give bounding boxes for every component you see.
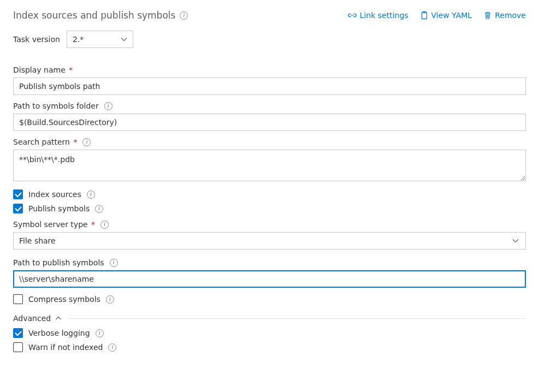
svg-rect-0 [422, 13, 427, 19]
publish-symbols-info-icon[interactable]: i [95, 205, 103, 213]
symbols-folder-input[interactable] [13, 114, 526, 131]
remove-button[interactable]: Remove [484, 11, 526, 20]
symbols-folder-label: Path to symbols folder [13, 102, 99, 110]
title-wrap: Index sources and publish symbols i [13, 10, 188, 21]
warn-if-not-indexed-label: Warn if not indexed [28, 343, 103, 352]
warn-if-not-indexed-checkbox[interactable] [13, 342, 23, 352]
required-asterisk: * [67, 66, 73, 74]
display-name-input[interactable] [13, 78, 526, 95]
index-sources-checkbox[interactable] [13, 189, 23, 199]
clipboard-icon [420, 11, 428, 20]
compress-symbols-label: Compress symbols [28, 295, 100, 304]
index-sources-row: Index sources i [13, 189, 526, 199]
publish-symbols-checkbox[interactable] [13, 204, 23, 213]
symbol-server-type-select[interactable]: File share [13, 232, 526, 250]
required-asterisk: * [89, 220, 95, 229]
verbose-logging-checkbox[interactable] [13, 328, 23, 338]
search-pattern-field: Search pattern * i [13, 138, 526, 183]
section-divider [68, 318, 526, 319]
index-sources-info-icon[interactable]: i [87, 191, 95, 199]
search-pattern-label: Search pattern [13, 138, 70, 146]
compress-symbols-checkbox[interactable] [13, 294, 23, 304]
remove-label: Remove [495, 11, 526, 20]
required-asterisk: * [71, 138, 77, 146]
publish-symbols-row: Publish symbols i [13, 204, 526, 213]
link-settings-label: Link settings [360, 11, 408, 20]
symbol-server-type-field: Symbol server type * i File share [13, 220, 526, 250]
warn-if-not-indexed-row: Warn if not indexed i [13, 342, 526, 352]
header-actions: Link settings View YAML Remove [348, 11, 526, 20]
symbol-server-type-info-icon[interactable]: i [100, 221, 109, 229]
link-icon [348, 11, 357, 19]
header: Index sources and publish symbols i Link… [13, 10, 526, 21]
title-info-icon[interactable]: i [180, 11, 188, 20]
symbol-server-type-label: Symbol server type [13, 220, 88, 229]
view-yaml-label: View YAML [431, 11, 472, 20]
publish-path-info-icon[interactable]: i [110, 259, 118, 267]
symbols-folder-field: Path to symbols folder i [13, 102, 526, 131]
task-version-select[interactable]: 2.* [67, 31, 133, 48]
trash-icon [484, 11, 491, 20]
publish-path-label: Path to publish symbols [13, 258, 104, 267]
task-version-row: Task version 2.* [13, 31, 526, 48]
compress-symbols-info-icon[interactable]: i [106, 295, 114, 304]
compress-symbols-row: Compress symbols i [13, 294, 526, 304]
verbose-logging-row: Verbose logging i [13, 328, 526, 338]
page-title: Index sources and publish symbols [13, 10, 175, 21]
advanced-title: Advanced [13, 314, 51, 323]
chevron-up-icon [55, 315, 62, 322]
publish-path-field: Path to publish symbols i [13, 258, 526, 288]
display-name-label: Display name [13, 66, 66, 74]
publish-path-input[interactable] [13, 270, 526, 288]
publish-symbols-label: Publish symbols [28, 204, 90, 213]
advanced-section-toggle[interactable]: Advanced [13, 314, 526, 323]
view-yaml-button[interactable]: View YAML [420, 11, 472, 20]
task-version-label: Task version [13, 35, 60, 44]
verbose-logging-info-icon[interactable]: i [96, 329, 104, 337]
task-config-panel: Index sources and publish symbols i Link… [0, 0, 539, 370]
display-name-field: Display name * [13, 66, 526, 95]
link-settings-button[interactable]: Link settings [348, 11, 408, 20]
search-pattern-info-icon[interactable]: i [82, 138, 91, 146]
search-pattern-input[interactable] [13, 150, 526, 181]
symbols-folder-info-icon[interactable]: i [104, 102, 112, 110]
verbose-logging-label: Verbose logging [28, 329, 90, 337]
index-sources-label: Index sources [28, 190, 81, 199]
warn-if-not-indexed-info-icon[interactable]: i [108, 343, 116, 352]
